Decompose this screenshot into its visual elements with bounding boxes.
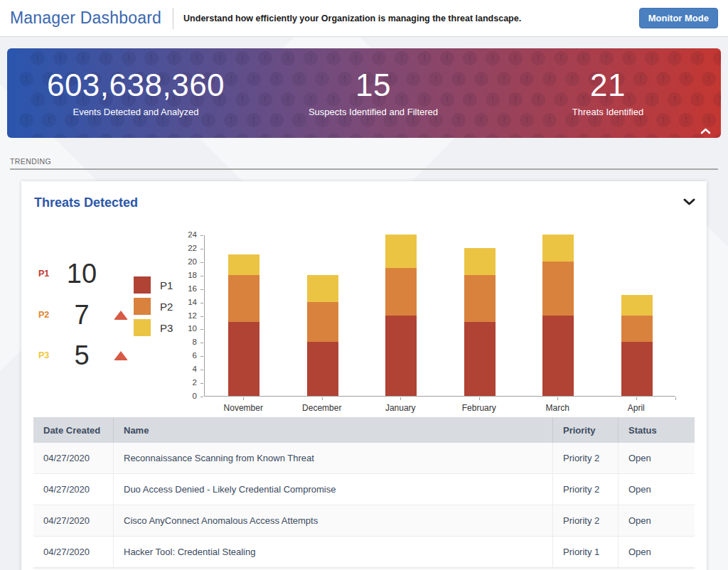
alert-badge-icon: ! [224, 72, 238, 86]
bar-segment-p1[interactable] [464, 322, 496, 396]
stat-value: 15 [309, 70, 438, 101]
bar-january[interactable] [385, 235, 417, 396]
y-axis-tick-label: 2 [176, 378, 197, 387]
bar-segment-p2[interactable] [307, 302, 338, 343]
page-subtitle: Understand how efficiently your Organiza… [183, 14, 521, 23]
alert-badge-icon: ! [235, 134, 250, 138]
bar-november[interactable] [228, 254, 259, 396]
alert-badge-icon: ! [554, 92, 568, 107]
column-header-priority[interactable]: Priority [553, 417, 619, 443]
alert-badge-icon: ! [417, 51, 432, 65]
table-cell: 04/27/2020 [33, 443, 114, 473]
y-axis-tick [200, 276, 203, 276]
alert-badge-icon: ! [656, 113, 670, 127]
alert-badge-icon: ! [76, 51, 90, 65]
alert-badge-icon: ! [577, 134, 591, 138]
y-axis-tick [200, 235, 203, 236]
table-row[interactable]: 04/27/2020Cisco AnyConnect Anomalous Acc… [33, 505, 695, 537]
alert-badge-icon: ! [668, 92, 682, 107]
bar-segment-p1[interactable] [307, 342, 338, 396]
bar-segment-p3[interactable] [385, 235, 417, 268]
table-cell: Open [619, 505, 695, 536]
bar-segment-p3[interactable] [621, 295, 653, 315]
alert-badge-icon: ! [258, 92, 272, 107]
banner-collapse-chevron-up-icon[interactable] [700, 128, 711, 134]
table-cell: Cisco AnyConnect Anomalous Access Attemp… [114, 505, 553, 536]
bar-segment-p1[interactable] [228, 322, 259, 396]
bar-segment-p3[interactable] [464, 248, 496, 275]
bar-segment-p2[interactable] [621, 316, 653, 343]
monitor-mode-button[interactable]: Monitor Mode [639, 8, 718, 28]
alert-badge-icon: ! [349, 51, 363, 65]
table-row[interactable]: 04/27/2020Duo Access Denied - Likely Cre… [33, 474, 695, 505]
alert-badge-icon: ! [622, 51, 636, 65]
alert-badge-icon: ! [213, 134, 227, 138]
y-axis-tick-label: 0 [176, 392, 197, 400]
trend-up-icon [114, 311, 128, 320]
y-axis-tick-label: 14 [176, 298, 197, 306]
stat-label: Suspects Identified and Filtered [309, 107, 438, 117]
y-axis-tick [200, 356, 203, 357]
bar-segment-p3[interactable] [228, 254, 259, 274]
x-axis-tick [636, 397, 637, 400]
bar-segment-p1[interactable] [385, 316, 417, 397]
bar-segment-p1[interactable] [542, 316, 574, 397]
alert-badge-icon: ! [668, 134, 682, 138]
bar-segment-p3[interactable] [307, 275, 338, 302]
alert-badge-icon: ! [440, 134, 454, 138]
alert-badge-icon: ! [599, 134, 614, 138]
alert-badge-icon: ! [713, 92, 721, 107]
stat-value: 603,638,360 [47, 70, 225, 101]
alert-badge-icon: ! [702, 72, 716, 86]
alert-badge-icon: ! [144, 51, 159, 65]
table-row[interactable]: 04/27/2020Reconnaissance Scanning from K… [33, 443, 695, 474]
bar-segment-p2[interactable] [464, 275, 496, 322]
bar-february[interactable] [464, 248, 496, 396]
y-axis-tick [200, 383, 203, 384]
card-collapse-chevron-down-icon[interactable] [683, 198, 695, 205]
bar-segment-p2[interactable] [385, 268, 417, 315]
bar-december[interactable] [307, 275, 338, 396]
alert-badge-icon: ! [235, 92, 250, 107]
legend-swatch [134, 319, 151, 336]
alert-badge-icon: ! [213, 51, 227, 65]
y-axis-tick-label: 4 [176, 365, 197, 373]
alert-badge-icon: ! [486, 134, 500, 138]
bar-segment-p2[interactable] [542, 262, 574, 316]
column-header-status[interactable]: Status [619, 417, 695, 443]
chart-legend: P1P2P3 [134, 276, 173, 340]
alert-badge-icon: ! [53, 134, 68, 138]
legend-item: P1 [134, 276, 173, 294]
table-cell: 04/27/2020 [33, 537, 114, 567]
priority-summary-p2: P27 [38, 298, 128, 332]
priority-label: P1 [38, 269, 55, 279]
alert-badge-icon: ! [474, 113, 488, 127]
table-cell: 04/27/2020 [33, 474, 114, 505]
alert-badge-icon: ! [645, 51, 659, 65]
table-cell: Duo Access Denied - Likely Credential Co… [114, 474, 553, 505]
y-axis-tick [200, 316, 203, 317]
x-axis-end-tick [675, 397, 676, 400]
alert-badge-icon: ! [542, 113, 557, 127]
alert-badge-icon: ! [304, 51, 318, 65]
y-axis-tick [200, 343, 203, 343]
legend-item: P3 [134, 319, 173, 336]
priority-count: 10 [55, 259, 108, 289]
bar-april[interactable] [621, 295, 653, 396]
column-header-date-created[interactable]: Date Created [33, 417, 114, 443]
table-row[interactable]: 04/27/2020Hacker Tool: Credential Steali… [33, 537, 695, 568]
alert-badge-icon: ! [508, 92, 523, 107]
y-axis-tick-label: 12 [176, 311, 197, 320]
y-axis-tick [200, 370, 203, 370]
alert-badge-icon: ! [599, 51, 614, 65]
y-axis-tick-label: 6 [176, 351, 197, 360]
alert-badge-icon: ! [258, 134, 272, 138]
bar-march[interactable] [542, 235, 574, 396]
alert-badge-icon: ! [486, 51, 500, 65]
bar-segment-p1[interactable] [621, 342, 653, 396]
alert-badge-icon: ! [326, 134, 341, 138]
column-header-name[interactable]: Name [114, 417, 553, 443]
legend-item: P2 [134, 298, 173, 315]
bar-segment-p2[interactable] [228, 275, 259, 322]
bar-segment-p3[interactable] [542, 235, 574, 262]
